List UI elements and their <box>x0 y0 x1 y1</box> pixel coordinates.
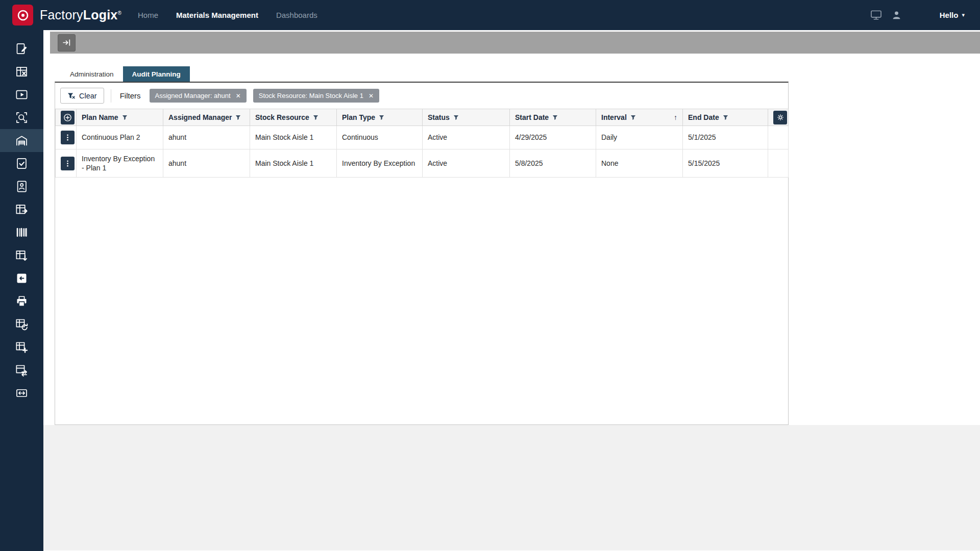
column-header-plan-type[interactable]: Plan Type <box>337 109 423 126</box>
sidebar-item-media[interactable] <box>0 83 43 106</box>
column-header-interval[interactable]: Interval ↑ <box>596 109 683 126</box>
filter-icon[interactable] <box>379 115 384 120</box>
table-transfer-icon <box>15 363 29 377</box>
sidebar-item-scan-search[interactable] <box>0 106 43 129</box>
cell-interval: Daily <box>596 126 683 149</box>
sidebar-item-work-instructions[interactable] <box>0 37 43 60</box>
divider <box>111 89 111 103</box>
barcode-icon <box>15 226 29 239</box>
table-row[interactable]: Continuous Plan 2 ahunt Main Stock Aisle… <box>56 126 789 149</box>
sidebar-item-table-add[interactable] <box>0 336 43 359</box>
table-resize-icon <box>15 386 29 400</box>
filter-icon[interactable] <box>453 115 459 120</box>
cell-plan-type: Continuous <box>337 126 423 149</box>
task-check-icon <box>15 157 29 170</box>
sidebar-item-operator-book[interactable] <box>0 175 43 198</box>
row-menu-cell <box>56 126 77 149</box>
filters-label: Filters <box>120 91 141 100</box>
column-header-stock-resource[interactable]: Stock Resource <box>250 109 337 126</box>
cell-end-date: 5/1/2025 <box>683 126 768 149</box>
filter-icon[interactable] <box>313 115 318 120</box>
nav-dashboards[interactable]: Dashboards <box>276 11 317 19</box>
audit-planning-panel: Clear Filters Assigned Manager: ahunt ✕ … <box>55 82 789 425</box>
filter-icon[interactable] <box>552 115 558 120</box>
row-menu-cell <box>56 149 77 178</box>
material-return-icon <box>15 271 29 285</box>
column-header-end-date[interactable]: End Date <box>683 109 768 126</box>
filters-row: Clear Filters Assigned Manager: ahunt ✕ … <box>55 83 788 109</box>
add-plan-header-cell <box>56 109 77 126</box>
tab-administration[interactable]: Administration <box>61 66 123 82</box>
sidebar-item-barcode[interactable] <box>0 221 43 244</box>
column-header-status[interactable]: Status <box>423 109 510 126</box>
main-nav: Home Materials Management Dashboards <box>138 11 317 19</box>
sort-ascending-icon: ↑ <box>674 113 677 121</box>
printer-icon <box>15 294 29 308</box>
filter-icon[interactable] <box>723 115 728 120</box>
user-avatar-icon[interactable] <box>891 9 902 21</box>
display-monitor-icon[interactable] <box>870 10 882 20</box>
sidebar-item-printer[interactable] <box>0 290 43 313</box>
sidebar-item-table-import[interactable] <box>0 244 43 267</box>
nav-materials-management[interactable]: Materials Management <box>176 11 258 19</box>
cell-stock-resource: Main Stock Aisle 1 <box>250 149 337 178</box>
column-header-start-date[interactable]: Start Date <box>510 109 596 126</box>
main-content: Administration Audit Planning Clear Filt… <box>43 30 980 551</box>
nav-home[interactable]: Home <box>138 11 158 19</box>
cell-stock-resource: Main Stock Aisle 1 <box>250 126 337 149</box>
gear-icon <box>776 113 785 121</box>
row-menu-button[interactable] <box>61 131 75 144</box>
collapse-panel-button[interactable] <box>58 34 76 52</box>
column-label: Plan Name <box>82 113 118 121</box>
sidebar-item-warehouse[interactable] <box>0 129 43 152</box>
grid-settings-button[interactable] <box>773 111 787 124</box>
cell-start-date: 4/29/2025 <box>510 126 596 149</box>
cell-plan-type: Inventory By Exception <box>337 149 423 178</box>
add-plan-button[interactable] <box>61 111 75 124</box>
top-bar-right: Hello ▾ <box>870 9 965 21</box>
toolbar-band <box>50 32 980 54</box>
table-refresh-icon <box>15 317 29 331</box>
filter-chip-label: Stock Resource: Main Stock Aisle 1 <box>259 92 363 99</box>
clear-button-label: Clear <box>79 92 97 100</box>
row-menu-button[interactable] <box>61 157 75 170</box>
remove-filter-icon[interactable]: ✕ <box>236 92 241 99</box>
column-label: Start Date <box>515 113 549 121</box>
sidebar-item-table-resize[interactable] <box>0 382 43 405</box>
logo-emblem-icon <box>15 8 31 23</box>
filter-icon[interactable] <box>630 115 636 120</box>
filter-chip-label: Assigned Manager: ahunt <box>155 92 231 99</box>
circle-plus-icon <box>63 113 72 122</box>
filter-icon[interactable] <box>122 115 128 120</box>
work-instructions-icon <box>15 42 29 56</box>
clear-filters-button[interactable]: Clear <box>60 88 104 104</box>
tab-audit-planning[interactable]: Audit Planning <box>123 66 190 82</box>
remove-filter-icon[interactable]: ✕ <box>369 92 374 99</box>
audit-plans-table: Plan Name Assigned Manager Stock Resourc… <box>55 109 789 178</box>
column-header-assigned-manager[interactable]: Assigned Manager <box>163 109 250 126</box>
sidebar-item-material-return[interactable] <box>0 267 43 290</box>
table-header-row: Plan Name Assigned Manager Stock Resourc… <box>56 109 789 126</box>
sidebar-item-table-remove[interactable] <box>0 60 43 83</box>
table-export-icon <box>15 203 29 216</box>
sidebar <box>0 30 43 551</box>
sidebar-item-table-transfer[interactable] <box>0 359 43 382</box>
table-import-icon <box>15 248 29 262</box>
table-row[interactable]: Inventory By Exception - Plan 1 ahunt Ma… <box>56 149 789 178</box>
tab-strip: Administration Audit Planning <box>61 66 980 82</box>
factorylogix-logo[interactable] <box>12 5 33 26</box>
sidebar-item-table-export[interactable] <box>0 198 43 221</box>
column-label: Assigned Manager <box>168 113 232 121</box>
user-menu[interactable]: Hello ▾ <box>940 11 965 19</box>
operator-book-icon <box>15 180 29 193</box>
cell-plan-name: Inventory By Exception - Plan 1 <box>77 149 163 178</box>
cell-assigned-manager: ahunt <box>163 149 250 178</box>
sidebar-item-task-check[interactable] <box>0 152 43 175</box>
ellipsis-vertical-icon <box>64 160 71 167</box>
table-remove-icon <box>15 65 29 79</box>
filter-icon[interactable] <box>235 115 241 120</box>
column-header-plan-name[interactable]: Plan Name <box>77 109 163 126</box>
cell-end-date: 5/15/2025 <box>683 149 768 178</box>
sidebar-item-table-refresh[interactable] <box>0 313 43 336</box>
greeting-text: Hello <box>940 11 959 19</box>
